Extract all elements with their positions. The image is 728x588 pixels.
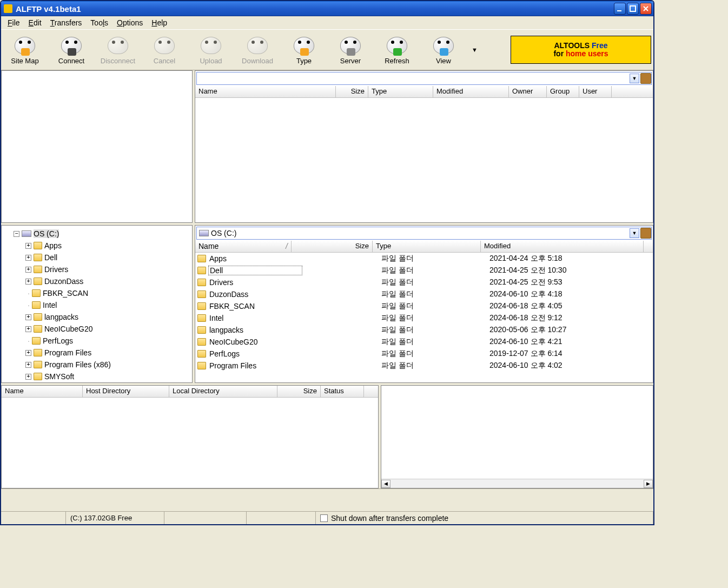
list-item[interactable]: FBKR_SCAN파일 폴더2024-06-18 오후 4:05 [195, 300, 653, 312]
tree-item[interactable]: +DuzonDass [4, 275, 190, 287]
col-size[interactable]: Size [336, 86, 368, 97]
folder-icon [32, 301, 41, 309]
expand-icon[interactable]: + [25, 279, 31, 285]
list-item[interactable]: langpacks파일 폴더2020-05-06 오후 10:27 [195, 324, 653, 336]
tree-item[interactable]: +SMYSoft [4, 371, 190, 382]
expand-icon[interactable]: − [14, 231, 19, 237]
minimize-button[interactable] [614, 3, 626, 15]
folder-icon [34, 373, 42, 380]
log-body[interactable] [381, 386, 653, 479]
expand-icon[interactable]: + [25, 314, 31, 320]
tree-label: FBKR_SCAN [43, 289, 88, 298]
expand-icon[interactable]: + [25, 267, 31, 273]
expand-icon[interactable]: + [25, 326, 31, 332]
tree-item[interactable]: +Apps [4, 240, 190, 252]
refresh-button[interactable]: Refresh [375, 34, 419, 66]
remote-list-body[interactable] [195, 98, 653, 222]
expand-icon[interactable]: + [25, 350, 31, 356]
list-item[interactable]: Intel파일 폴더2024-06-18 오전 9:12 [195, 312, 653, 324]
connect-button[interactable]: Connect [50, 34, 93, 66]
col-modified[interactable]: Modified [433, 86, 509, 97]
local-path-text: OS (C:) [211, 229, 236, 237]
col-user[interactable]: User [579, 86, 612, 97]
altools-banner[interactable]: ALTOOLS Free for home users [511, 36, 651, 64]
menu-options[interactable]: Options [112, 17, 147, 28]
expand-icon[interactable]: + [25, 374, 31, 380]
list-item[interactable]: Dell파일 폴더2021-04-25 오전 10:30 [195, 265, 653, 276]
col-name[interactable]: Name [2, 386, 83, 397]
type-button[interactable]: Type [282, 34, 326, 66]
tree-root[interactable]: OS (C:) [34, 229, 59, 238]
menu-help[interactable]: Help [147, 17, 171, 28]
sitemap-button[interactable]: Site Map [3, 34, 47, 66]
col-size[interactable]: Size [277, 386, 321, 397]
maximize-button[interactable] [627, 3, 639, 15]
col-group[interactable]: Group [547, 86, 579, 97]
scroll-right-icon[interactable]: ▶ [644, 480, 653, 488]
menu-edit[interactable]: Edit [24, 17, 46, 28]
remote-tree-pane[interactable] [1, 70, 193, 223]
download-button[interactable]: Download [236, 34, 279, 66]
col-name[interactable]: Name/ [195, 241, 292, 252]
up-folder-icon[interactable] [640, 228, 651, 239]
tree-item[interactable]: +langpacks [4, 311, 190, 323]
cancel-button[interactable]: Cancel [143, 34, 186, 66]
col-local[interactable]: Local Directory [169, 386, 277, 397]
tree-item[interactable]: +Drivers [4, 263, 190, 275]
tree-item[interactable]: ·Intel [4, 299, 190, 311]
col-host[interactable]: Host Directory [83, 386, 169, 397]
titlebar[interactable]: ALFTP v4.1beta1 [1, 1, 653, 16]
tree-item[interactable]: +Program Files [4, 347, 190, 359]
upload-button[interactable]: Upload [189, 34, 233, 66]
tree-item[interactable]: ·PerfLogs [4, 335, 190, 347]
local-list-body[interactable]: Apps파일 폴더2021-04-24 오후 5:18Dell파일 폴더2021… [195, 253, 653, 382]
server-button[interactable]: Server [329, 34, 372, 66]
view-dropdown-icon[interactable]: ▼ [472, 47, 478, 53]
local-list-pane: OS (C:) ▼ Name/ Size Type Modified Apps파… [195, 225, 653, 383]
tree-item[interactable]: +Program Files (x86) [4, 359, 190, 371]
list-item[interactable]: Program Files파일 폴더2024-06-10 오후 4:02 [195, 360, 653, 372]
expand-icon[interactable]: + [25, 243, 31, 249]
col-owner[interactable]: Owner [509, 86, 547, 97]
col-name[interactable]: Name [195, 86, 336, 97]
close-button[interactable] [640, 3, 652, 15]
tree-item[interactable]: ·FBKR_SCAN [4, 287, 190, 299]
list-item[interactable]: PerfLogs파일 폴더2019-12-07 오후 6:14 [195, 348, 653, 360]
toolbar: Site Map Connect Disconnect Cancel Uploa… [1, 29, 653, 70]
queue-body[interactable] [2, 398, 378, 488]
view-button[interactable]: View [422, 34, 465, 66]
folder-icon [197, 338, 206, 346]
tree-label: PerfLogs [43, 336, 73, 345]
log-hscrollbar[interactable]: ◀ ▶ [381, 479, 653, 488]
local-tree-pane: − OS (C:) +Apps+Dell+Drivers+DuzonDass·F… [1, 225, 193, 383]
expand-icon[interactable]: + [25, 255, 31, 261]
list-item[interactable]: Apps파일 폴더2021-04-24 오후 5:18 [195, 253, 653, 265]
remote-path-bar[interactable]: ▼ [196, 72, 652, 85]
main-window: ALFTP v4.1beta1 File Edit Transfers Tool… [0, 0, 654, 525]
expand-icon[interactable]: + [25, 362, 31, 368]
folder-icon [197, 350, 206, 358]
remote-path-dropdown-icon[interactable]: ▼ [630, 74, 639, 83]
scroll-left-icon[interactable]: ◀ [381, 480, 391, 488]
list-item[interactable]: Drivers파일 폴더2021-04-25 오전 9:53 [195, 276, 653, 288]
local-tree[interactable]: − OS (C:) +Apps+Dell+Drivers+DuzonDass·F… [2, 226, 192, 382]
disconnect-button[interactable]: Disconnect [96, 34, 140, 66]
tree-item[interactable]: +NeoICubeG20 [4, 323, 190, 335]
col-modified[interactable]: Modified [481, 241, 644, 252]
list-item[interactable]: DuzonDass파일 폴더2024-06-10 오후 4:18 [195, 288, 653, 300]
col-status[interactable]: Status [321, 386, 364, 397]
col-size[interactable]: Size [292, 241, 373, 252]
menu-file[interactable]: File [3, 17, 24, 28]
menu-tools[interactable]: Tools [86, 17, 112, 28]
up-folder-icon[interactable] [640, 73, 651, 84]
tree-label: Drivers [44, 265, 68, 274]
tree-item[interactable]: +Dell [4, 252, 190, 263]
local-list-header: Name/ Size Type Modified [195, 241, 653, 253]
menu-transfers[interactable]: Transfers [46, 17, 87, 28]
col-type[interactable]: Type [368, 86, 433, 97]
shutdown-checkbox[interactable] [320, 514, 328, 522]
local-path-bar[interactable]: OS (C:) ▼ [196, 227, 652, 240]
local-path-dropdown-icon[interactable]: ▼ [630, 228, 639, 238]
list-item[interactable]: NeoICubeG20파일 폴더2024-06-10 오후 4:21 [195, 336, 653, 348]
col-type[interactable]: Type [373, 241, 481, 252]
